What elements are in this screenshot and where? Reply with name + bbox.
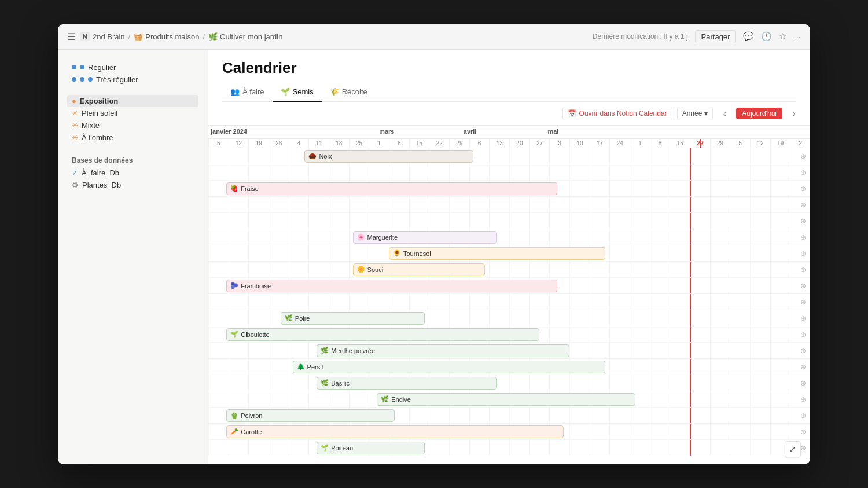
gantt-cell xyxy=(329,213,349,229)
comment-icon[interactable]: 💬 xyxy=(743,31,754,42)
open-notion-button[interactable]: 📅 Ouvrir dans Notion Calendar xyxy=(562,107,672,120)
sidebar-item-ombre[interactable]: ✳ À l'ombre xyxy=(67,131,198,144)
sidebar-item-regulier[interactable]: Régulier xyxy=(67,61,198,74)
gantt-bar-menthe-poivrée[interactable]: 🌿Menthe poivrée xyxy=(317,344,569,357)
clock-icon[interactable]: 🕐 xyxy=(761,31,772,42)
gantt-cell xyxy=(208,278,229,293)
gantt-bar-noix[interactable]: 🌰Noix xyxy=(304,150,473,163)
add-row-button[interactable]: ⊕ xyxy=(799,443,808,453)
gantt-row: ⊕ xyxy=(208,294,810,310)
star-icon[interactable]: ☆ xyxy=(779,31,786,42)
add-row-button[interactable]: ⊕ xyxy=(799,233,808,242)
tab-afaire-icon: 👥 xyxy=(230,87,240,96)
week-col-2: 19 xyxy=(248,139,269,148)
add-row-button[interactable]: ⊕ xyxy=(799,427,808,436)
sidebar-exposure-section: ● Exposition ✳ Plein soleil ✳ Mixte ✳ À … xyxy=(58,90,208,148)
view-selector[interactable]: Année ▾ xyxy=(677,107,713,120)
add-row-button[interactable]: ⊕ xyxy=(799,184,808,193)
share-button[interactable]: Partager xyxy=(695,30,737,43)
gantt-cell xyxy=(489,148,509,164)
gantt-cell xyxy=(750,408,770,423)
add-row-button[interactable]: ⊕ xyxy=(799,330,808,339)
week-col-10: 15 xyxy=(409,139,429,148)
gantt-cell xyxy=(630,294,650,310)
add-row-button[interactable]: ⊕ xyxy=(799,265,808,274)
gantt-cell xyxy=(609,164,630,180)
tab-recolte[interactable]: 🌾 Récolte xyxy=(322,83,376,102)
breadcrumb-label-1: 2nd Brain xyxy=(93,32,125,41)
gantt-bar-ciboulette[interactable]: 🌱Ciboulette xyxy=(226,328,539,341)
gantt-cell xyxy=(710,229,730,245)
gantt-cell xyxy=(509,262,529,277)
gantt-cell xyxy=(549,408,569,423)
breadcrumb-item-2[interactable]: 🧺 Produits maison xyxy=(134,32,199,41)
gantt-row: 🌼Souci⊕ xyxy=(208,262,810,278)
sidebar-item-mixte[interactable]: ✳ Mixte xyxy=(67,119,198,131)
add-row-button[interactable]: ⊕ xyxy=(799,152,808,161)
add-row-button[interactable]: ⊕ xyxy=(799,314,808,323)
tab-afaire[interactable]: 👥 À faire xyxy=(222,83,273,102)
tab-semis-label: Semis xyxy=(293,87,314,96)
sidebar-item-plein-soleil[interactable]: ✳ Plein soleil xyxy=(67,107,198,119)
titlebar: ☰ N 2nd Brain / 🧺 Produits maison / 🌿 Cu… xyxy=(58,24,810,50)
gantt-cell xyxy=(549,375,569,391)
add-row-button[interactable]: ⊕ xyxy=(799,168,808,177)
sidebar: Régulier Très régulier ● Exposition ✳ Pl… xyxy=(58,50,208,464)
gantt-bar-poireau[interactable]: 🌱Poireau xyxy=(317,442,425,454)
gantt-bar-fraise[interactable]: 🍓Fraise xyxy=(226,182,557,195)
gantt-bar-persil[interactable]: 🌲Persil xyxy=(293,361,606,373)
gantt-cell xyxy=(248,245,269,261)
gantt-cell xyxy=(710,359,730,375)
gantt-cell xyxy=(770,359,790,375)
plant-name: Basilic xyxy=(331,380,350,387)
gantt-cell xyxy=(590,278,610,293)
add-row-button[interactable]: ⊕ xyxy=(799,298,808,307)
gantt-bar-poire[interactable]: 🌿Poire xyxy=(281,312,425,325)
sidebar-item-plantes-db[interactable]: ⚙ Plantes_Db xyxy=(67,179,198,191)
add-row-button[interactable]: ⊕ xyxy=(799,411,808,420)
gantt-cell xyxy=(770,213,790,229)
gantt-cell xyxy=(730,213,750,229)
gantt-cell xyxy=(609,343,630,358)
today-button[interactable]: Aujourd'hui xyxy=(736,108,782,119)
gantt-bar-framboise[interactable]: 🫐Framboise xyxy=(226,280,557,292)
gantt-cell xyxy=(630,245,650,261)
menu-icon[interactable]: ☰ xyxy=(67,31,75,42)
gantt-bar-poivron[interactable]: 🫑Poivron xyxy=(226,409,395,422)
next-button[interactable]: › xyxy=(787,107,801,120)
sidebar-item-afaire-db[interactable]: ✓ À_faire_Db xyxy=(67,167,198,179)
gantt-cell xyxy=(750,245,770,261)
sidebar-item-tres-regulier[interactable]: Très régulier xyxy=(67,74,198,86)
gantt-cell xyxy=(449,440,469,456)
add-row-button[interactable]: ⊕ xyxy=(799,249,808,258)
gantt-cell xyxy=(609,359,630,375)
add-row-button[interactable]: ⊕ xyxy=(799,362,808,372)
gantt-bar-souci[interactable]: 🌼Souci xyxy=(353,263,486,276)
breadcrumb-item-1[interactable]: N 2nd Brain xyxy=(80,32,125,41)
add-row-button[interactable]: ⊕ xyxy=(799,346,808,355)
gantt-bar-marguerite[interactable]: 🌸Marguerite xyxy=(353,231,498,244)
gantt-bar-basilic[interactable]: 🌿Basilic xyxy=(317,377,497,390)
gantt-cell xyxy=(229,245,249,261)
gantt-cell xyxy=(650,148,670,164)
week-col-5: 11 xyxy=(308,139,329,148)
gantt-cell xyxy=(369,294,389,310)
sidebar-item-exposition[interactable]: ● Exposition xyxy=(67,95,198,107)
gantt-bar-carotte[interactable]: 🥕Carotte xyxy=(226,425,563,438)
more-icon[interactable]: ··· xyxy=(793,32,801,42)
breadcrumb-item-3[interactable]: 🌿 Cultiver mon jardin xyxy=(208,32,282,41)
add-row-button[interactable]: ⊕ xyxy=(799,281,808,291)
add-row-button[interactable]: ⊕ xyxy=(799,395,808,404)
month-label-mai: mai xyxy=(545,126,561,137)
gantt-bar-endive[interactable]: 🌿Endive xyxy=(377,393,635,406)
gantt-cell xyxy=(269,343,289,358)
gantt-cell xyxy=(248,359,269,375)
add-row-button[interactable]: ⊕ xyxy=(799,217,808,226)
add-row-button[interactable]: ⊕ xyxy=(799,200,808,210)
add-row-button[interactable]: ⊕ xyxy=(799,379,808,388)
gantt-bar-tournesol[interactable]: 🌻Tournesol xyxy=(389,247,605,260)
gantt-cell xyxy=(750,326,770,342)
prev-button[interactable]: ‹ xyxy=(718,107,731,120)
gantt-cell xyxy=(590,294,610,310)
tab-semis[interactable]: 🌱 Semis xyxy=(273,83,322,102)
